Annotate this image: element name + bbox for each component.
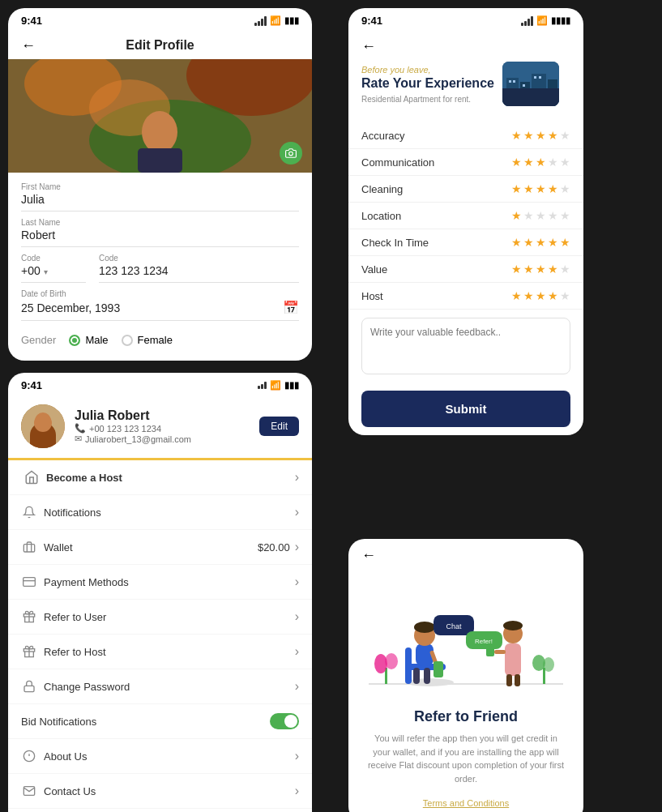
rating-value[interactable]: Value ★ ★ ★ ★ ★	[348, 256, 583, 283]
accuracy-stars[interactable]: ★ ★ ★ ★ ★	[511, 129, 570, 142]
terms-item[interactable]: Terms & Conditions ›	[8, 809, 312, 812]
female-radio[interactable]	[122, 335, 133, 346]
star[interactable]: ★	[536, 209, 546, 222]
back-button[interactable]: ←	[21, 37, 36, 54]
submit-button[interactable]: Submit	[361, 391, 570, 427]
bid-notifications-toggle[interactable]	[270, 713, 299, 729]
star[interactable]: ★	[548, 236, 558, 249]
star[interactable]: ★	[523, 236, 534, 249]
star[interactable]: ★	[548, 263, 558, 276]
svg-rect-17	[534, 76, 536, 79]
star[interactable]: ★	[548, 289, 558, 302]
star[interactable]: ★	[523, 156, 534, 169]
gender-female-option[interactable]: Female	[122, 334, 173, 346]
communication-stars[interactable]: ★ ★ ★ ★ ★	[511, 156, 570, 169]
dob-label: Date of Birth	[21, 289, 299, 298]
star[interactable]: ★	[536, 182, 546, 195]
male-radio[interactable]	[69, 335, 80, 346]
star[interactable]: ★	[560, 156, 570, 169]
checkin-label: Check In Time	[361, 237, 429, 249]
payment-methods-item[interactable]: Payment Methods ›	[8, 565, 312, 600]
star[interactable]: ★	[536, 156, 546, 169]
star[interactable]: ★	[523, 209, 534, 222]
refer-illustration-svg: Chat	[361, 571, 571, 700]
dob-value: 25 December, 1993	[21, 301, 120, 314]
star[interactable]: ★	[548, 129, 558, 142]
edit-profile-button[interactable]: Edit	[259, 417, 299, 436]
rating-location[interactable]: Location ★ ★ ★ ★ ★	[348, 203, 583, 229]
star[interactable]: ★	[511, 263, 522, 276]
star[interactable]: ★	[511, 289, 522, 302]
cleaning-label: Cleaning	[361, 183, 403, 195]
profile-phone: 📞 +00 123 123 1234	[75, 423, 250, 434]
star[interactable]: ★	[560, 236, 570, 249]
star[interactable]: ★	[548, 156, 558, 169]
star[interactable]: ★	[560, 182, 570, 195]
camera-button[interactable]	[280, 142, 302, 165]
star[interactable]: ★	[523, 129, 534, 142]
star[interactable]: ★	[560, 289, 570, 302]
notifications-item[interactable]: Notifications ›	[8, 495, 312, 530]
star[interactable]: ★	[511, 209, 522, 222]
star[interactable]: ★	[511, 156, 522, 169]
refer-back-button[interactable]: ←	[361, 547, 376, 563]
communication-label: Communication	[361, 156, 434, 169]
wallet-label: Wallet	[44, 541, 73, 553]
star[interactable]: ★	[548, 209, 558, 222]
code-field[interactable]: Code +00 ▾	[21, 254, 86, 283]
rating-communication[interactable]: Communication ★ ★ ★ ★ ★	[348, 149, 583, 176]
rating-cleaning[interactable]: Cleaning ★ ★ ★ ★ ★	[348, 176, 583, 203]
rate-back-button[interactable]: ←	[361, 38, 570, 55]
rating-host[interactable]: Host ★ ★ ★ ★ ★	[348, 283, 583, 310]
phone-field[interactable]: Code 123 123 1234	[99, 254, 299, 283]
thumbnail-image	[502, 62, 559, 106]
change-password-item[interactable]: Change Password ›	[8, 669, 312, 704]
dob-field[interactable]: Date of Birth 25 December, 1993 📅	[21, 289, 299, 321]
refer-illustration: Chat	[348, 571, 583, 700]
become-host-item[interactable]: Become a Host ›	[8, 460, 312, 495]
star[interactable]: ★	[511, 236, 522, 249]
signal-icon-rate	[521, 16, 533, 26]
lock-icon	[21, 678, 37, 694]
location-stars[interactable]: ★ ★ ★ ★ ★	[511, 209, 570, 222]
refer-host-item[interactable]: Refer to Host ›	[8, 635, 312, 669]
avatar	[21, 404, 65, 448]
star[interactable]: ★	[560, 209, 570, 222]
star[interactable]: ★	[523, 182, 534, 195]
svg-rect-29	[24, 686, 34, 691]
checkin-stars[interactable]: ★ ★ ★ ★ ★	[511, 236, 570, 249]
cleaning-stars[interactable]: ★ ★ ★ ★ ★	[511, 182, 570, 195]
star[interactable]: ★	[536, 263, 546, 276]
location-label: Location	[361, 210, 401, 222]
terms-conditions-link[interactable]: Terms and Conditions	[423, 798, 509, 808]
star[interactable]: ★	[511, 129, 522, 142]
feedback-area[interactable]	[361, 318, 570, 374]
chevron-right-icon: ›	[295, 784, 299, 798]
first-name-field[interactable]: First Name Julia	[21, 182, 299, 212]
star[interactable]: ★	[523, 289, 534, 302]
star[interactable]: ★	[536, 289, 546, 302]
star[interactable]: ★	[511, 182, 522, 195]
star[interactable]: ★	[536, 236, 546, 249]
gender-row: Gender Male Female	[21, 327, 299, 346]
rating-checkin[interactable]: Check In Time ★ ★ ★ ★ ★	[348, 229, 583, 256]
star[interactable]: ★	[523, 263, 534, 276]
rating-accuracy[interactable]: Accuracy ★ ★ ★ ★ ★	[348, 122, 583, 149]
gender-male-option[interactable]: Male	[69, 334, 108, 346]
value-stars[interactable]: ★ ★ ★ ★ ★	[511, 263, 570, 276]
refer-user-item[interactable]: Refer to User ›	[8, 600, 312, 635]
star[interactable]: ★	[536, 129, 546, 142]
host-stars[interactable]: ★ ★ ★ ★ ★	[511, 289, 570, 302]
svg-rect-23	[23, 578, 36, 587]
about-us-item[interactable]: About Us ›	[8, 739, 312, 774]
feedback-input[interactable]	[370, 327, 562, 365]
star[interactable]: ★	[560, 129, 570, 142]
gift-icon	[21, 609, 37, 625]
contact-us-item[interactable]: Contact Us ›	[8, 774, 312, 809]
star[interactable]: ★	[560, 263, 570, 276]
calendar-icon: 📅	[283, 300, 299, 315]
last-name-field[interactable]: Last Name Robert	[21, 218, 299, 247]
star[interactable]: ★	[548, 182, 558, 195]
bid-notifications-item[interactable]: Bid Notifications	[8, 704, 312, 739]
wallet-item[interactable]: Wallet $20.00 ›	[8, 530, 312, 565]
